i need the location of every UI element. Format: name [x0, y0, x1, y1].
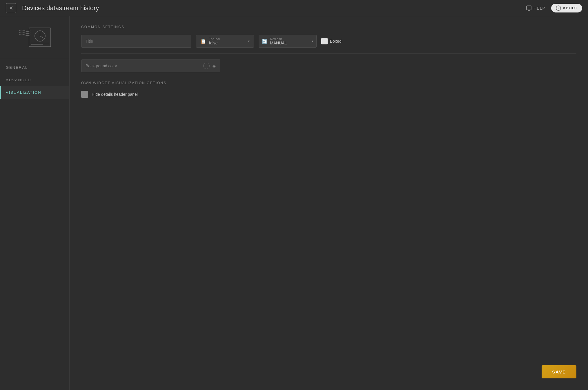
general-label: GENERAL — [6, 65, 28, 70]
widget-preview — [0, 19, 69, 58]
widget-illustration — [17, 25, 52, 51]
boxed-label: Boxed — [330, 39, 342, 44]
refresh-icon: 🔄 — [262, 39, 268, 44]
sidebar-item-advanced[interactable]: ADVANCED — [0, 74, 69, 86]
header: ✕ Devices datastream history HELP i ABOU… — [0, 0, 588, 16]
refresh-chevron-icon: ▾ — [312, 39, 313, 43]
page-title: Devices datastream history — [22, 4, 99, 12]
toolbar-chevron-icon: ▾ — [248, 39, 250, 43]
background-color-field[interactable]: Background color ◈ — [81, 59, 220, 72]
main-layout: GENERAL ADVANCED VISUALIZATION COMMON SE… — [0, 16, 588, 390]
close-icon: ✕ — [9, 5, 13, 11]
help-icon — [526, 5, 532, 11]
hide-details-row: Hide details header panel — [81, 91, 576, 98]
color-clear-icon[interactable]: ◈ — [213, 63, 216, 69]
title-input[interactable] — [81, 35, 191, 48]
refresh-label: Refresh — [270, 37, 309, 41]
about-button[interactable]: i ABOUT — [551, 4, 582, 12]
settings-divider — [81, 53, 576, 54]
toolbar-value: false — [209, 41, 245, 45]
own-widget-section-title: OWN WIDGET VISUALIZATION OPTIONS — [81, 81, 576, 85]
about-label: ABOUT — [563, 6, 578, 10]
refresh-value: MANUAL — [270, 41, 309, 45]
widget-preview-container — [17, 25, 52, 52]
background-color-label: Background color — [86, 64, 200, 68]
close-button[interactable]: ✕ — [6, 3, 16, 13]
save-button[interactable]: SAVE — [542, 365, 576, 378]
visualization-label: VISUALIZATION — [6, 90, 41, 95]
sidebar: GENERAL ADVANCED VISUALIZATION — [0, 16, 70, 390]
info-icon: i — [556, 6, 561, 11]
help-button[interactable]: HELP — [526, 5, 545, 11]
boxed-checkbox[interactable] — [321, 38, 328, 44]
refresh-label-group: Refresh MANUAL — [270, 37, 309, 45]
settings-row: 📋 Toolbar false ▾ 🔄 Refresh MANUAL ▾ — [81, 35, 576, 48]
toolbar-select-inner: 📋 Toolbar false ▾ — [200, 37, 250, 45]
hide-details-label: Hide details header panel — [92, 92, 138, 97]
toolbar-calendar-icon: 📋 — [200, 39, 206, 44]
refresh-select[interactable]: 🔄 Refresh MANUAL ▾ — [259, 35, 317, 48]
advanced-label: ADVANCED — [6, 78, 31, 82]
boxed-area: Boxed — [321, 38, 342, 44]
header-actions: HELP i ABOUT — [526, 4, 582, 12]
hide-details-checkbox[interactable] — [81, 91, 88, 98]
common-settings-title: COMMON SETTINGS — [81, 25, 576, 29]
sidebar-item-general[interactable]: GENERAL — [0, 61, 69, 74]
content-area: COMMON SETTINGS 📋 Toolbar false ▾ 🔄 — [70, 16, 588, 390]
toolbar-label-group: Toolbar false — [209, 37, 245, 45]
toolbar-select[interactable]: 📋 Toolbar false ▾ — [196, 35, 254, 48]
svg-line-6 — [40, 36, 43, 38]
sidebar-item-visualization[interactable]: VISUALIZATION — [0, 86, 69, 99]
svg-rect-0 — [527, 6, 531, 10]
toolbar-label: Toolbar — [209, 37, 245, 41]
color-circle[interactable] — [203, 63, 210, 69]
help-label: HELP — [533, 6, 545, 10]
